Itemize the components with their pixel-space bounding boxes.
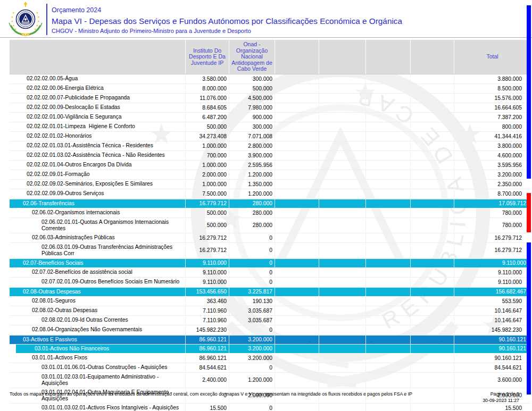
value-empty: [365, 354, 410, 363]
row-label: 02.02.02.01.01-Limpeza Higiene E Confort…: [10, 122, 185, 131]
table-row: 02.02.02.00.06-Energia Elétrica8.000.000…: [10, 84, 530, 94]
value-empty: [275, 306, 319, 315]
budget-year-label: Orçamento 2024: [52, 6, 402, 14]
row-label: 02.08.04-Organizações Não Governamentais: [10, 325, 185, 334]
value-empty: [410, 259, 454, 267]
value-idj: 500.000: [185, 208, 229, 217]
cabo-verde-coat-of-arms-logo: ★★★ ★★ ★★★ ★★: [6, 1, 45, 36]
value-empty: [275, 243, 319, 258]
value-idj: 34.273.408: [185, 132, 229, 141]
value-empty: [275, 354, 319, 363]
value-empty: [410, 208, 454, 217]
value-idj: 84.544.621: [185, 363, 229, 372]
value-empty: [319, 354, 365, 363]
row-label: 02.02.02.09.02-Seminários, Exposições E …: [10, 180, 185, 189]
value-empty: [365, 335, 410, 344]
row-label: 02.02.02.09.09-Outros Serviços: [10, 189, 185, 198]
value-empty: [410, 122, 454, 131]
value-empty: [365, 94, 410, 103]
value-idj: 11.076.000: [185, 94, 229, 103]
value-total: 41.344.416: [454, 132, 530, 141]
row-label: 02.02.02.00.06-Energia Elétrica: [10, 84, 185, 93]
row-label: 02.02.02.01.02-Honorários: [10, 132, 185, 141]
value-empty: [365, 297, 410, 306]
value-idj: 9.110.000: [185, 278, 229, 287]
value-idj: 700.000: [185, 151, 229, 160]
value-empty: [319, 345, 365, 353]
row-label: 02.02.02.00.07-Publicidade E Propaganda: [10, 94, 185, 103]
value-empty: [319, 233, 365, 242]
value-onad: 7.980.000: [229, 103, 275, 112]
value-empty: [410, 218, 454, 233]
value-idj: 1.000.000: [185, 180, 229, 189]
value-empty: [319, 268, 365, 277]
value-empty: [410, 268, 454, 277]
value-empty: [365, 259, 410, 267]
value-empty: [365, 74, 410, 83]
table-row: 03.01.01.03.02.01-Activos Fixos Intangív…: [10, 404, 530, 411]
row-label: 02.07-Benefícios Sociais: [10, 259, 185, 267]
header-divider: [46, 4, 47, 35]
page-title: Mapa VI - Depesas dos Serviços e Fundos …: [52, 16, 402, 26]
value-empty: [410, 278, 454, 287]
value-empty: [365, 151, 410, 160]
value-empty: [275, 199, 319, 208]
value-empty: [319, 335, 365, 344]
value-idj: 500.000: [185, 218, 229, 233]
value-idj: 3.580.000: [185, 74, 229, 83]
page-subtitle: CHGOV - Ministro Adjunto do Primeiro-Min…: [52, 28, 402, 34]
value-empty: [410, 306, 454, 315]
value-empty: [365, 268, 410, 277]
row-label: 02.02.02.01.03.02-Assistência Técnica - …: [10, 151, 185, 160]
column-header-4: [319, 40, 365, 74]
value-empty: [319, 103, 365, 112]
value-total: 3.600.000: [454, 373, 530, 388]
table-row: 02.02.02.00.09-Deslocação E Estadas8.684…: [10, 103, 530, 113]
value-empty: [275, 113, 319, 122]
value-empty: [275, 278, 319, 287]
row-label: 02.06-Transferências: [10, 199, 185, 208]
value-onad: 1.200.000: [229, 170, 275, 179]
value-empty: [365, 84, 410, 93]
value-idj: 16.779.712: [185, 199, 229, 208]
value-idj: 8.684.605: [185, 103, 229, 112]
value-empty: [275, 268, 319, 277]
column-header-0: [10, 40, 185, 74]
value-idj: 500.000: [185, 122, 229, 131]
value-empty: [410, 141, 454, 150]
row-label: 02.08-Outras Despesas: [10, 288, 185, 296]
value-empty: [410, 170, 454, 179]
value-onad: 0: [229, 363, 275, 372]
row-label: 02.06.03-Administrações Públicas: [10, 233, 185, 242]
row-label: 02.08.02-Outras Despesas: [10, 306, 185, 315]
value-total: 156.682.467: [454, 288, 530, 296]
table-row: 02.07.02-Benefícios de assistência socia…: [10, 268, 530, 278]
value-empty: [319, 189, 365, 198]
footer-pagination: Pagina 2 de 2 30-09-2023 11:27: [483, 391, 519, 404]
value-onad: 280.000: [229, 208, 275, 217]
value-onad: 0: [229, 325, 275, 334]
value-onad: 0: [229, 404, 275, 411]
value-onad: 190.130: [229, 297, 275, 306]
value-empty: [319, 199, 365, 208]
row-label: 02.02.02.01.04-Outros Encargos Da Dívida: [10, 161, 185, 170]
value-empty: [319, 84, 365, 93]
value-empty: [365, 199, 410, 208]
value-empty: [275, 316, 319, 325]
value-empty: [319, 180, 365, 189]
value-idj: 153.456.650: [185, 288, 229, 296]
value-empty: [319, 316, 365, 325]
value-total: 3.200.000: [454, 170, 530, 179]
edge-bar-blue-top: [527, 5, 531, 179]
value-total: 90.160.121: [454, 354, 530, 363]
svg-text:★: ★: [37, 20, 40, 23]
value-idj: 9.110.000: [185, 268, 229, 277]
value-total: 9.110.000: [454, 259, 530, 267]
value-idj: 86.960.121: [185, 345, 229, 353]
value-empty: [319, 94, 365, 103]
value-onad: 0: [229, 233, 275, 242]
value-empty: [410, 161, 454, 170]
value-empty: [365, 373, 410, 388]
value-empty: [365, 316, 410, 325]
table-row: 02.07-Benefícios Sociais9.110.00009.110.…: [10, 259, 530, 267]
